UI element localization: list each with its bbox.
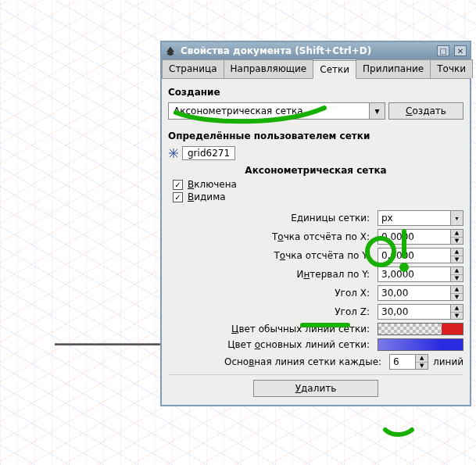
tab-snapping[interactable]: Прилипание	[356, 59, 431, 78]
unit-value: px	[378, 211, 450, 225]
angle-x-label: Угол X:	[168, 288, 373, 299]
angle-z-label: Угол Z:	[168, 306, 373, 317]
interval-y-label: Интервал по Y:	[168, 269, 373, 280]
tab-points[interactable]: Точки	[430, 59, 473, 78]
origin-y-input[interactable]: 0,0000 ▲▼	[378, 248, 463, 263]
angle-x-value: 30,00	[378, 286, 450, 300]
minor-color-label: Цвет обычных линий сетки:	[168, 324, 373, 334]
origin-x-label: Точка отсчёта по X:	[168, 231, 373, 242]
grid-tab-row: grid6271	[168, 146, 463, 160]
tab-page[interactable]: Страница	[162, 59, 224, 78]
grid-icon	[168, 148, 179, 159]
titlebar[interactable]: Свойства документа (Shift+Ctrl+D) □ ✕	[162, 42, 470, 59]
inkscape-icon	[165, 45, 176, 56]
spinner-buttons[interactable]: ▲▼	[450, 305, 463, 319]
origin-x-value: 0,0000	[378, 230, 450, 244]
user-grids-title: Определённые пользователем сетки	[168, 131, 463, 141]
grid-type-heading: Аксонометрическая сетка	[168, 165, 463, 176]
interval-y-input[interactable]: 3,0000 ▲▼	[378, 266, 463, 282]
enabled-label: Включена	[188, 179, 237, 190]
page-edge	[55, 344, 172, 345]
spinner-buttons[interactable]: ▲▼	[450, 286, 463, 300]
interval-y-value: 3,0000	[378, 267, 450, 281]
creation-section-title: Создание	[168, 87, 463, 98]
delete-grid-button[interactable]: Удалить	[253, 380, 378, 397]
window-close-button[interactable]: ✕	[454, 45, 467, 56]
angle-z-value: 30,00	[378, 305, 450, 319]
delete-button-label: Удалить	[295, 383, 337, 394]
tab-guides[interactable]: Направляющие	[224, 59, 314, 78]
major-color-solid	[442, 339, 463, 350]
major-color-label: Цвет основных линий сетки:	[168, 339, 373, 350]
grid-id-label: grid6271	[188, 148, 230, 159]
grid-type-value: Аксонометрическая сетка	[169, 106, 369, 116]
major-every-suffix: линий	[433, 356, 463, 367]
window-minimize-button[interactable]: □	[437, 45, 449, 56]
major-color-fade	[378, 339, 442, 350]
unit-label: Единицы сетки:	[168, 213, 373, 224]
major-color-swatch[interactable]	[378, 338, 463, 351]
alpha-checker	[378, 324, 442, 334]
window-title: Свойства документа (Shift+Ctrl+D)	[181, 45, 432, 56]
grid-type-combo[interactable]: Аксонометрическая сетка ▾	[168, 102, 385, 120]
major-every-input[interactable]: 6 ▲▼	[389, 354, 428, 370]
minor-color-solid	[442, 324, 463, 334]
spinner-buttons[interactable]: ▲▼	[450, 249, 463, 263]
tabs-bar: Страница Направляющие Сетки Прилипание Т…	[162, 59, 470, 79]
create-grid-button[interactable]: Создать	[388, 102, 463, 120]
enabled-checkbox[interactable]: ✓	[173, 180, 183, 190]
create-button-label: Создать	[406, 106, 446, 116]
spinner-buttons[interactable]: ▲▼	[450, 230, 463, 244]
visible-label: Видима	[188, 191, 226, 202]
chevron-down-icon: ▾	[369, 103, 385, 119]
document-properties-dialog: Свойства документа (Shift+Ctrl+D) □ ✕ Ст…	[160, 41, 471, 406]
spinner-buttons[interactable]: ▲▼	[450, 267, 463, 281]
minor-color-swatch[interactable]	[378, 323, 463, 335]
major-every-label: Основная линия сетки каждые:	[168, 356, 385, 367]
unit-combo[interactable]: px ▾	[378, 210, 463, 226]
svg-marker-0	[166, 47, 175, 55]
major-every-value: 6	[390, 355, 415, 369]
chevron-down-icon: ▾	[450, 211, 463, 225]
origin-x-input[interactable]: 0,0000 ▲▼	[378, 229, 463, 245]
origin-y-label: Точка отсчёта по Y:	[168, 250, 373, 261]
grids-pane: Создание Аксонометрическая сетка ▾ Созда…	[162, 79, 470, 405]
angle-x-input[interactable]: 30,00 ▲▼	[378, 285, 463, 301]
grid-id-tab[interactable]: grid6271	[182, 146, 235, 160]
tab-grids[interactable]: Сетки	[313, 60, 356, 79]
visible-checkbox[interactable]: ✓	[173, 192, 183, 202]
origin-y-value: 0,0000	[378, 249, 450, 263]
spinner-buttons[interactable]: ▲▼	[415, 355, 428, 369]
angle-z-input[interactable]: 30,00 ▲▼	[378, 304, 463, 320]
